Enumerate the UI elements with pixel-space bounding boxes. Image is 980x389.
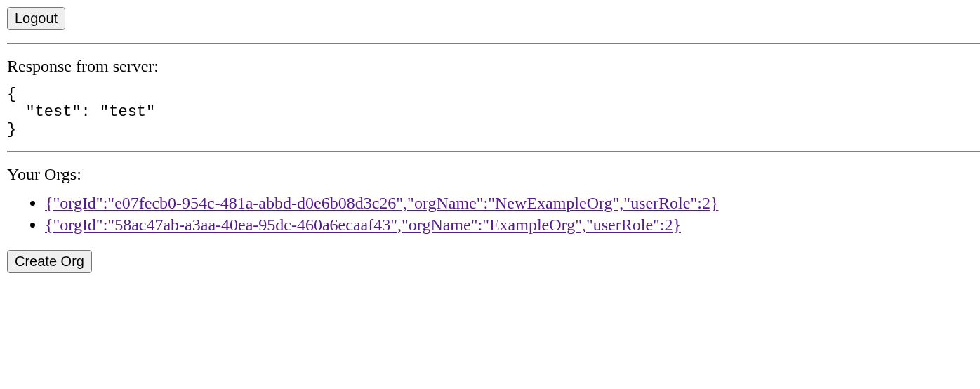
list-item: {"orgId":"58ac47ab-a3aa-40ea-95dc-460a6e… <box>45 216 980 235</box>
org-link[interactable]: {"orgId":"58ac47ab-a3aa-40ea-95dc-460a6e… <box>45 216 681 234</box>
your-orgs-label: Your Orgs: <box>7 165 980 184</box>
divider <box>7 43 980 44</box>
create-org-button[interactable]: Create Org <box>7 250 92 273</box>
divider <box>7 151 980 152</box>
orgs-list: {"orgId":"e07fecb0-954c-481a-abbd-d0e6b0… <box>7 194 980 235</box>
list-item: {"orgId":"e07fecb0-954c-481a-abbd-d0e6b0… <box>45 194 980 213</box>
server-response-body: { "test": "test" } <box>7 86 980 138</box>
server-response-label: Response from server: <box>7 57 980 76</box>
logout-button[interactable]: Logout <box>7 7 65 30</box>
org-link[interactable]: {"orgId":"e07fecb0-954c-481a-abbd-d0e6b0… <box>45 194 718 212</box>
